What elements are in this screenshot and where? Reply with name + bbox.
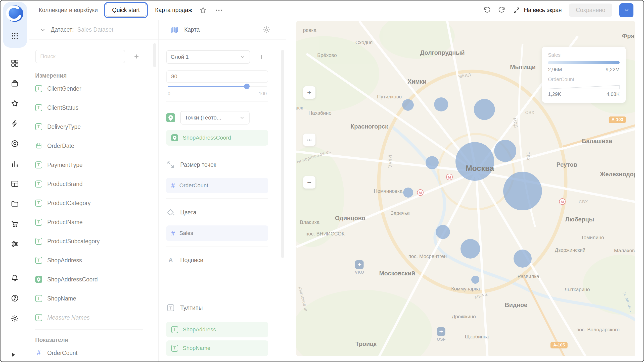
dimension-item[interactable]: TShopName (35, 289, 143, 308)
dimension-item[interactable]: TClientStatus (35, 98, 143, 117)
apps-grid-button[interactable] (1, 29, 29, 43)
search-input[interactable] (35, 50, 125, 63)
map-bubble[interactable] (474, 99, 495, 120)
layer-row: Слой 1 (166, 50, 268, 64)
gear-icon[interactable] (262, 26, 271, 34)
dimension-item[interactable]: OrderDate (35, 136, 143, 155)
scrollbar-thumb[interactable] (153, 43, 156, 67)
text-field-icon: T (35, 200, 42, 207)
text-field-icon: T (35, 257, 42, 264)
geotype-select[interactable]: Точки (Гео­то... (180, 111, 250, 125)
sliders-icon (11, 240, 19, 248)
map-bubble[interactable] (514, 250, 532, 268)
dimension-item[interactable]: TProductSubcategory (35, 232, 143, 251)
dimension-item[interactable]: TProductBrand (35, 174, 143, 194)
zoom-in-button[interactable]: + (303, 86, 315, 99)
fullscreen-button[interactable]: На весь экран (513, 7, 562, 14)
rail-nav-top (1, 53, 29, 254)
save-dropdown-button[interactable] (619, 3, 633, 17)
map-city-label: Развилка (518, 274, 539, 279)
legend-color-gradient (548, 61, 620, 64)
sidebar-item-bolt[interactable] (1, 113, 29, 134)
sidebar-item-star[interactable] (1, 93, 29, 113)
color-field-chip[interactable]: # Sales (166, 225, 268, 241)
opacity-input[interactable]: 80 (166, 70, 268, 83)
ruler-tool-button[interactable] (303, 134, 315, 146)
map-city-label: Дзержинский (555, 247, 585, 253)
sidebar-item-rings[interactable] (1, 134, 29, 154)
map-bubble[interactable] (426, 156, 439, 169)
undo-icon[interactable] (483, 6, 491, 14)
legend-sales-min: 2,96M (548, 67, 562, 73)
measures-heading: Показатели (35, 337, 143, 343)
redo-icon[interactable] (498, 6, 506, 14)
plus-icon (258, 54, 265, 60)
map-city-label: Сходня (355, 40, 373, 45)
divider (35, 329, 143, 330)
map-bubble[interactable] (434, 97, 448, 111)
favorite-star-icon[interactable] (199, 6, 207, 14)
map-bubble[interactable] (503, 172, 542, 210)
plane-icon: ✈ (437, 327, 445, 336)
tooltip-field-chip[interactable]: TShopName (166, 340, 268, 356)
chevron-down-icon[interactable] (39, 26, 46, 33)
map-bubble[interactable] (471, 276, 479, 284)
saved-button[interactable]: Сохранено (569, 4, 612, 17)
sidebar-item-stack[interactable] (1, 73, 29, 93)
tooltip-field-chip[interactable]: TShopAddress (166, 322, 268, 337)
size-field-chip[interactable]: # OrderCount (166, 178, 268, 193)
dimension-item[interactable]: TMeasure Names (35, 308, 143, 327)
map-city-label: пос. ВНИИССОК (305, 231, 344, 237)
labels-section-row: A Подписи (166, 256, 268, 265)
map-bubble[interactable] (436, 225, 450, 239)
dataset-header[interactable]: Датасет: Sales Dataset (29, 20, 158, 40)
dimension-item[interactable]: ShopAddressCoord (35, 270, 143, 289)
map-legend: Sales 2,96M 9,22M OrderCount 1,29K 4,08K (542, 47, 626, 103)
map-city-label: Люберцы (565, 216, 594, 223)
map-bubble[interactable] (403, 188, 413, 198)
road-shield: А-105 (550, 342, 568, 348)
map-bubble[interactable] (494, 140, 516, 162)
sidebar-item-help[interactable] (1, 288, 29, 308)
sidebar-item-folder[interactable] (1, 194, 29, 214)
add-field-button[interactable] (130, 50, 143, 63)
sidebar-item-bell[interactable] (1, 268, 29, 288)
layer-select[interactable]: Слой 1 (166, 50, 250, 64)
dataset-name[interactable]: Sales Dataset (77, 26, 113, 33)
fullscreen-label: На весь экран (524, 7, 562, 14)
geopoint-field-chip[interactable]: ShopAddressCoord (166, 130, 268, 146)
dimension-item[interactable]: TShopAddress (35, 251, 143, 270)
dimension-item[interactable]: TDeliveryType (35, 117, 143, 136)
datalens-logo[interactable] (6, 4, 24, 23)
map-road-label: МКАД (387, 155, 392, 168)
map-canvas[interactable]: ревкаСходняБрёховоДолгопрудныйМытищиХимк… (296, 21, 635, 356)
dimension-item[interactable]: TClientGender (35, 79, 143, 98)
collapse-panel-icon[interactable] (10, 351, 17, 358)
labels-drop-area[interactable] (166, 265, 268, 289)
metro-icon: М (559, 198, 566, 205)
scrollbar-thumb[interactable] (281, 50, 284, 258)
dimension-item[interactable]: TProductCategory (35, 194, 143, 213)
sidebar-item-cart[interactable] (1, 214, 29, 234)
map-city-label: Троицк (355, 340, 377, 347)
map-bubble[interactable] (455, 142, 494, 181)
zoom-out-button[interactable]: − (303, 176, 315, 189)
chart-config-panel: Карта Слой 1 80 0 100 (159, 20, 286, 361)
sidebar-item-table[interactable] (1, 174, 29, 194)
map-bubble[interactable] (402, 99, 414, 111)
sidebar-item-gear[interactable] (1, 308, 29, 328)
quick-start-button[interactable]: Quick start (106, 4, 146, 17)
sidebar-item-sliders[interactable] (1, 234, 29, 254)
measure-item[interactable]: #OrderCount (35, 343, 143, 361)
add-layer-button[interactable] (255, 50, 268, 64)
slider-min: 0 (168, 91, 170, 96)
dimension-item[interactable]: TPaymentType (35, 155, 143, 174)
map-bubble[interactable] (461, 239, 480, 259)
sidebar-item-grid-squares[interactable] (1, 53, 29, 73)
dimension-item[interactable]: TProductName (35, 213, 143, 232)
dataset-body: Измерения TClientGenderTClientStatusTDel… (29, 50, 158, 361)
breadcrumb-root[interactable]: Коллекции и воркбуки (39, 7, 98, 14)
slider-handle[interactable] (244, 84, 250, 89)
sidebar-item-bar-chart[interactable] (1, 154, 29, 174)
more-menu-icon[interactable] (215, 6, 223, 15)
